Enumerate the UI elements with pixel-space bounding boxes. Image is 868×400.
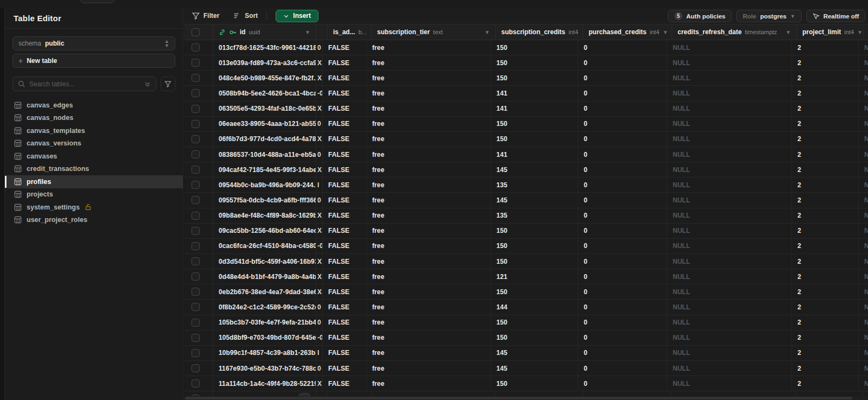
cell-purchased_credits[interactable]: 0 [578,346,667,360]
cell-credits_refresh_date[interactable]: NULL [667,361,792,376]
cell-subscription_tier[interactable]: free [367,239,491,253]
search-tables-input[interactable]: Search tables... [12,77,156,91]
column-menu-chevron-icon[interactable]: ▼ [662,29,668,35]
cell-credits_refresh_date[interactable]: NULL [667,147,792,162]
cell-subscription_tier[interactable]: free [367,269,491,284]
cell-subscription_tier[interactable]: free [367,208,491,223]
cell-id[interactable]: 105d8bf9-e703-49bd-807d-645e...→ [213,331,316,345]
cell-id[interactable]: 06f6b7d3-977d-4cd0-acd4-4a78...→ [213,132,316,147]
cell-id[interactable]: 08386537-10d4-488a-a11e-eb5a6...→ [213,147,316,162]
cell-project_limit[interactable]: 2 [792,86,859,100]
cell-subscription_tier[interactable]: free [367,162,491,177]
cell-is_admin[interactable]: FALSE [323,193,367,207]
cell-clipped[interactable]: X [316,101,323,116]
cell-subscription_credits[interactable]: 150 [491,40,578,55]
cell-purchased_credits[interactable]: 0 [578,224,667,238]
cell-purchased_credits[interactable]: 0 [578,177,667,192]
cell-select[interactable] [184,284,213,299]
cell-purchased_credits[interactable]: 0 [578,71,667,85]
cell-credits_refresh_date[interactable]: NULL [667,269,792,284]
row-checkbox[interactable] [192,105,200,113]
cell-next_col[interactable]: NULL [859,162,868,177]
cell-project_limit[interactable]: 2 [792,71,859,85]
cell-is_admin[interactable]: FALSE [323,254,367,269]
cell-subscription_credits[interactable]: 141 [491,147,578,162]
cell-id[interactable]: 11a114cb-1a4c-49f4-9b28-52219ec...→ [213,376,316,391]
cell-select[interactable] [184,162,213,177]
cell-is_admin[interactable]: FALSE [323,101,367,116]
cell-project_limit[interactable]: 2 [792,40,859,55]
column-header-id[interactable]: iduuid▼ [213,24,316,40]
sidebar-item-user_project_roles[interactable]: user_project_roles [5,214,183,227]
cell-subscription_credits[interactable]: 145 [491,346,578,360]
cell-project_limit[interactable]: 2 [792,300,859,314]
cell-is_admin[interactable]: FALSE [323,147,367,162]
sidebar-item-profiles[interactable]: profiles [5,175,183,188]
cell-id[interactable]: 0d3d541d-bf5c-459f-a406-16b93...→ [213,254,316,269]
column-header-clipped[interactable] [316,24,328,40]
insert-button[interactable]: Insert [276,10,318,22]
cell-subscription_credits[interactable]: 141 [491,86,578,100]
cell-is_admin[interactable]: FALSE [323,208,367,223]
column-header-is_ad...[interactable]: is_ad...b...▼ [328,24,372,40]
cell-project_limit[interactable]: 2 [792,331,859,345]
cell-subscription_credits[interactable]: 150 [491,71,578,85]
cell-project_limit[interactable]: 2 [792,193,859,207]
cell-is_admin[interactable]: FALSE [323,224,367,238]
cell-clipped[interactable]: X [316,269,323,284]
cell-next_col[interactable]: NULL [859,269,868,284]
cell-is_admin[interactable]: FALSE [323,40,367,55]
cell-project_limit[interactable]: 2 [792,101,859,116]
cell-select[interactable] [184,132,213,147]
column-menu-chevron-icon[interactable]: ▼ [484,29,490,35]
cell-clipped[interactable]: X [316,284,323,299]
cell-id[interactable]: 09544b0c-ba9b-496a-9b09-244...→ [213,177,316,192]
cell-is_admin[interactable]: FALSE [323,315,367,330]
cell-subscription_tier[interactable]: free [367,284,491,299]
cell-credits_refresh_date[interactable]: NULL [667,177,792,192]
cell-subscription_tier[interactable]: free [367,101,491,116]
cell-credits_refresh_date[interactable]: NULL [667,40,792,55]
row-checkbox[interactable] [192,135,200,143]
cell-next_col[interactable]: NULL [859,117,868,131]
cell-subscription_tier[interactable]: free [367,86,491,100]
cell-project_limit[interactable]: 2 [792,239,859,253]
column-header-subscription_tier[interactable]: subscription_tiertext▼ [372,24,496,40]
cell-clipped[interactable]: 0 [316,193,323,207]
row-checkbox[interactable] [192,334,200,342]
cell-select[interactable] [184,315,213,330]
cell-purchased_credits[interactable]: 0 [578,132,667,147]
cell-subscription_tier[interactable]: free [367,331,491,345]
cell-purchased_credits[interactable]: 0 [578,86,667,100]
cell-subscription_credits[interactable]: 150 [491,239,578,253]
row-checkbox[interactable] [192,319,200,327]
cell-project_limit[interactable]: 2 [792,269,859,284]
cell-credits_refresh_date[interactable]: NULL [667,101,792,116]
cell-clipped[interactable]: 0 [316,147,323,162]
cell-purchased_credits[interactable]: 0 [578,284,667,299]
cell-id[interactable]: 1167e930-e5b0-43b7-b74c-788c9...→ [213,361,316,376]
cell-next_col[interactable]: NULL [859,361,868,376]
cell-clipped[interactable]: X [316,208,323,223]
cell-select[interactable] [184,300,213,314]
row-checkbox[interactable] [192,303,200,311]
cell-purchased_credits[interactable]: 0 [578,117,667,131]
cell-credits_refresh_date[interactable]: NULL [667,162,792,177]
sidebar-item-canvas_edges[interactable]: canvas_edges [5,99,183,112]
sidebar-item-credit_transactions[interactable]: credit_transactions [5,163,183,176]
cell-next_col[interactable]: NULL [859,147,868,162]
cell-is_admin[interactable]: FALSE [323,284,367,299]
row-checkbox[interactable] [192,59,200,67]
cell-subscription_credits[interactable]: 150 [491,132,578,147]
cell-subscription_credits[interactable]: 141 [491,101,578,116]
cell-is_admin[interactable]: FALSE [323,86,367,100]
row-checkbox[interactable] [192,150,200,158]
cell-subscription_credits[interactable]: 150 [491,55,578,70]
cell-subscription_tier[interactable]: free [367,376,491,391]
cell-clipped[interactable]: X [316,71,323,85]
cell-credits_refresh_date[interactable]: NULL [667,71,792,85]
cell-purchased_credits[interactable]: 0 [578,361,667,376]
cell-next_col[interactable]: NULL [859,346,868,360]
cell-is_admin[interactable]: FALSE [323,331,367,345]
cell-next_col[interactable]: NULL [859,55,868,70]
